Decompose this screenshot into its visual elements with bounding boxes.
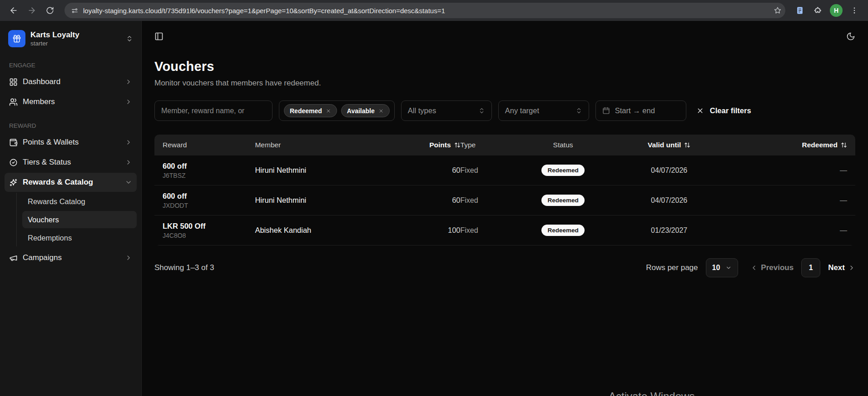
- previous-page-button[interactable]: Previous: [750, 263, 794, 272]
- cell-points: 60: [375, 166, 460, 175]
- column-header-redeemed[interactable]: Redeemed: [734, 141, 847, 149]
- profile-avatar[interactable]: H: [828, 2, 844, 19]
- browser-menu-button[interactable]: [846, 2, 863, 19]
- close-icon[interactable]: [378, 108, 384, 114]
- table-row[interactable]: LKR 500 Off J4C8O8 Abishek Kandiah 100 F…: [154, 216, 855, 246]
- workspace-plan: starter: [30, 40, 121, 47]
- filters-bar: Redeemed Available All types Any target: [154, 100, 855, 121]
- calendar-icon: [602, 107, 610, 115]
- puzzle-icon: [814, 6, 823, 15]
- reward-name: LKR 500 Off: [163, 222, 255, 231]
- column-header-status: Status: [522, 141, 604, 149]
- cell-redeemed: —: [734, 166, 847, 175]
- cell-type: Fixed: [461, 196, 522, 205]
- side-panel-icon[interactable]: [792, 2, 808, 19]
- results-summary: Showing 1–3 of 3: [154, 263, 214, 272]
- reload-button[interactable]: [42, 2, 58, 19]
- chevron-right-icon: [125, 98, 132, 105]
- megaphone-icon: [9, 254, 18, 262]
- table-row[interactable]: 600 off J6TBSZ Hiruni Nethmini 60 Fixed …: [154, 155, 855, 185]
- sparkles-icon: [9, 178, 18, 187]
- rows-per-page-select[interactable]: 10: [706, 258, 739, 277]
- section-label-engage: ENGAGE: [5, 62, 137, 69]
- panel-left-icon: [154, 32, 164, 41]
- workspace-switcher[interactable]: Karts Loyalty starter: [5, 26, 137, 51]
- chevron-right-icon: [125, 139, 132, 146]
- site-info-icon[interactable]: [71, 7, 79, 15]
- table-row[interactable]: 600 off JXDODT Hiruni Nethmini 60 Fixed …: [154, 185, 855, 216]
- current-page-button[interactable]: 1: [801, 258, 820, 277]
- cell-type: Fixed: [461, 226, 522, 235]
- table-header-row: Reward Member Points Type Status Valid u…: [154, 135, 855, 155]
- close-icon[interactable]: [326, 108, 331, 114]
- sidebar-item-rewards-catalog-group[interactable]: Rewards & Catalog: [5, 173, 137, 192]
- search-input[interactable]: [154, 100, 273, 121]
- cell-redeemed: —: [734, 196, 847, 205]
- x-icon: [696, 107, 704, 115]
- sidebar-toggle-button[interactable]: [154, 32, 164, 42]
- reward-name: 600 off: [163, 162, 255, 170]
- chevron-left-icon: [750, 264, 758, 271]
- cell-valid-until: 01/23/2027: [604, 226, 734, 235]
- sort-icon: [684, 142, 690, 148]
- cell-member: Hiruni Nethmini: [255, 196, 375, 205]
- extensions-icon[interactable]: [810, 2, 826, 19]
- arrow-left-icon: [9, 6, 18, 15]
- sidebar-item-campaigns[interactable]: Campaigns: [5, 248, 137, 267]
- bookmark-star-icon[interactable]: [774, 6, 782, 15]
- type-select[interactable]: All types: [401, 100, 492, 121]
- target-select-value: Any target: [505, 106, 539, 115]
- date-range-picker[interactable]: Start → end: [595, 100, 686, 121]
- back-button[interactable]: [5, 2, 22, 19]
- sort-icon: [841, 142, 847, 148]
- chevron-down-icon: [125, 179, 132, 186]
- sidebar-subitem-redemptions[interactable]: Redemptions: [22, 229, 137, 246]
- chevron-right-icon: [125, 78, 132, 85]
- tiers-icon: [9, 158, 18, 167]
- main-area: Vouchers Monitor vouchers that members h…: [142, 21, 868, 396]
- status-badge: Redeemed: [541, 225, 584, 236]
- more-vertical-icon: [850, 6, 858, 15]
- cell-status: Redeemed: [522, 195, 604, 206]
- browser-toolbar: loyalty-staging.karts.cloud/t/735d91l6/v…: [0, 0, 868, 21]
- workspace-logo-icon: [8, 30, 25, 47]
- previous-label: Previous: [761, 263, 794, 272]
- cell-reward: LKR 500 Off J4C8O8: [163, 222, 255, 239]
- voucher-code: J6TBSZ: [163, 172, 255, 179]
- voucher-code: JXDODT: [163, 202, 255, 209]
- theme-toggle-button[interactable]: [846, 32, 855, 42]
- clear-filters-button[interactable]: Clear filters: [696, 106, 751, 115]
- app-shell: Karts Loyalty starter ENGAGE Dashboard M…: [0, 21, 868, 396]
- status-chip-available[interactable]: Available: [341, 104, 390, 117]
- status-chip-redeemed[interactable]: Redeemed: [284, 104, 337, 117]
- target-select[interactable]: Any target: [498, 100, 589, 121]
- sidebar-item-members[interactable]: Members: [5, 92, 137, 111]
- section-label-reward: REWARD: [5, 122, 137, 129]
- address-bar[interactable]: loyalty-staging.karts.cloud/t/735d91l6/v…: [64, 3, 785, 18]
- status-filter[interactable]: Redeemed Available: [279, 100, 395, 121]
- sidebar-item-label: Campaigns: [23, 253, 120, 262]
- sidebar-subitem-rewards-catalog[interactable]: Rewards Catalog: [22, 193, 137, 210]
- page-content: Vouchers Monitor vouchers that members h…: [142, 53, 868, 277]
- sidebar-item-label: Members: [23, 97, 120, 106]
- sidebar-item-tiers-status[interactable]: Tiers & Status: [5, 153, 137, 172]
- forward-button[interactable]: [24, 2, 40, 19]
- reward-name: 600 off: [163, 192, 255, 201]
- members-icon: [9, 98, 18, 106]
- cell-points: 100: [375, 226, 460, 235]
- sidebar-item-points-wallets[interactable]: Points & Wallets: [5, 133, 137, 152]
- column-header-member: Member: [255, 141, 375, 149]
- chevron-down-icon: [725, 265, 732, 271]
- column-header-points[interactable]: Points: [375, 141, 460, 149]
- cell-reward: 600 off JXDODT: [163, 192, 255, 209]
- sidebar-item-dashboard[interactable]: Dashboard: [5, 72, 137, 91]
- next-page-button[interactable]: Next: [828, 263, 855, 272]
- url-text: loyalty-staging.karts.cloud/t/735d91l6/v…: [83, 7, 769, 15]
- clear-filters-label: Clear filters: [710, 106, 751, 115]
- avatar-initial: H: [830, 4, 843, 17]
- cell-valid-until: 04/07/2026: [604, 196, 734, 205]
- sidebar-subitem-vouchers[interactable]: Vouchers: [22, 211, 137, 228]
- reload-icon: [46, 6, 54, 15]
- column-header-valid-until[interactable]: Valid until: [604, 141, 734, 149]
- rewards-catalog-subnav: Rewards Catalog Vouchers Redemptions: [16, 193, 137, 246]
